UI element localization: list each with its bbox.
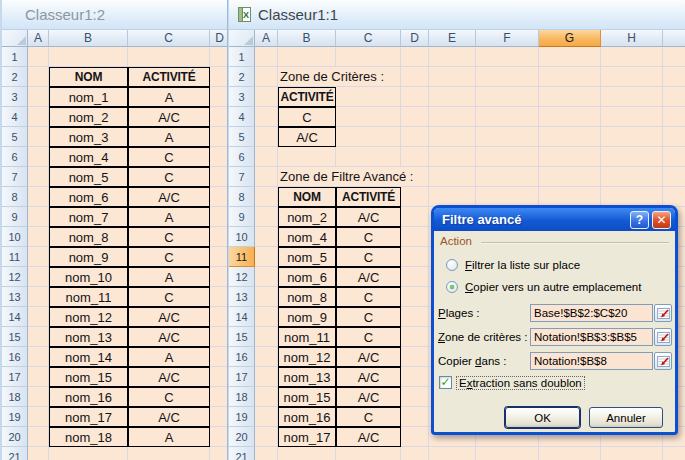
cell-F21[interactable] — [476, 447, 539, 460]
cell-H6[interactable] — [601, 147, 663, 167]
cell-C20[interactable]: A — [128, 427, 210, 447]
cell-A15[interactable] — [28, 327, 49, 347]
cell-C3[interactable] — [336, 87, 401, 107]
cell-G6[interactable] — [539, 147, 601, 167]
cell-D9[interactable] — [401, 207, 429, 227]
column-header-B[interactable]: B — [49, 30, 128, 47]
column-header-G[interactable]: G — [539, 30, 601, 47]
column-header-H[interactable]: H — [601, 30, 663, 47]
cell-D4[interactable] — [210, 107, 228, 127]
cell-B4[interactable]: nom_2 — [49, 107, 128, 127]
row-header-2[interactable]: 2 — [2, 67, 28, 87]
cell-A3[interactable] — [28, 87, 49, 107]
cell-H21[interactable] — [601, 447, 663, 460]
cell-B15[interactable]: nom_13 — [49, 327, 128, 347]
cell-x3[interactable] — [663, 87, 685, 107]
cell-B11[interactable]: nom_5 — [278, 247, 336, 267]
cell-G21[interactable] — [539, 447, 601, 460]
cell-D20[interactable] — [210, 427, 228, 447]
cell-C3[interactable]: A — [128, 87, 210, 107]
cell-D15[interactable] — [210, 327, 228, 347]
cell-E21[interactable] — [429, 447, 476, 460]
column-header-C[interactable]: C — [128, 30, 210, 47]
row-header-10[interactable]: 10 — [229, 227, 255, 247]
cell-B2[interactable]: Zone de Critères : — [278, 67, 336, 87]
cell-B7[interactable]: Zone de Filtre Avancé : — [278, 167, 336, 187]
cell-B12[interactable]: nom_10 — [49, 267, 128, 287]
cell-D13[interactable] — [401, 287, 429, 307]
zone-criteres-input[interactable] — [530, 328, 653, 346]
dialog-title-bar[interactable]: Filtre avancé ? ✕ — [434, 208, 675, 231]
cell-C5[interactable] — [336, 127, 401, 147]
cell-C11[interactable]: C — [336, 247, 401, 267]
cell-D6[interactable] — [210, 147, 228, 167]
cell-A16[interactable] — [28, 347, 49, 367]
cell-A6[interactable] — [255, 147, 278, 167]
radio-selected-icon[interactable] — [446, 281, 458, 293]
range-picker-button[interactable] — [654, 304, 672, 322]
checkbox-checked-icon[interactable]: ✓ — [439, 376, 452, 389]
cell-B13[interactable]: nom_11 — [49, 287, 128, 307]
row-header-4[interactable]: 4 — [2, 107, 28, 127]
cell-B19[interactable]: nom_17 — [49, 407, 128, 427]
cell-B3[interactable]: ACTIVITÉ — [278, 87, 336, 107]
row-header-13[interactable]: 13 — [229, 287, 255, 307]
cell-A8[interactable] — [255, 187, 278, 207]
row-header-15[interactable]: 15 — [2, 327, 28, 347]
cell-F5[interactable] — [476, 127, 539, 147]
cell-B2[interactable]: NOM — [49, 67, 128, 87]
column-header-B[interactable]: B — [278, 30, 336, 47]
cell-D17[interactable] — [210, 367, 228, 387]
cell-D21[interactable] — [210, 447, 228, 460]
row-header-3[interactable]: 3 — [2, 87, 28, 107]
column-header-F[interactable]: F — [476, 30, 539, 47]
cell-C4[interactable] — [336, 107, 401, 127]
cell-A20[interactable] — [255, 427, 278, 447]
cell-A12[interactable] — [255, 267, 278, 287]
cell-F1[interactable] — [476, 47, 539, 67]
cell-C19[interactable]: C — [336, 407, 401, 427]
cell-C12[interactable]: A/C — [336, 267, 401, 287]
cell-D14[interactable] — [401, 307, 429, 327]
row-header-1[interactable]: 1 — [229, 47, 255, 67]
cell-D6[interactable] — [401, 147, 429, 167]
cell-F2[interactable] — [476, 67, 539, 87]
copier-dans-input[interactable] — [530, 352, 653, 370]
ok-button[interactable]: OK — [505, 407, 580, 428]
cell-H4[interactable] — [601, 107, 663, 127]
cell-A5[interactable] — [28, 127, 49, 147]
cell-A9[interactable] — [28, 207, 49, 227]
cell-A4[interactable] — [28, 107, 49, 127]
cell-E7[interactable] — [429, 167, 476, 187]
cell-C9[interactable]: A — [128, 207, 210, 227]
cell-C14[interactable]: C — [336, 307, 401, 327]
cell-D18[interactable] — [210, 387, 228, 407]
cell-F6[interactable] — [476, 147, 539, 167]
cell-B1[interactable] — [49, 47, 128, 67]
cell-A12[interactable] — [28, 267, 49, 287]
cell-D12[interactable] — [401, 267, 429, 287]
cell-A14[interactable] — [255, 307, 278, 327]
row-header-13[interactable]: 13 — [2, 287, 28, 307]
cell-B1[interactable] — [278, 47, 336, 67]
cell-C12[interactable]: A — [128, 267, 210, 287]
cell-A13[interactable] — [28, 287, 49, 307]
row-header-8[interactable]: 8 — [229, 187, 255, 207]
cell-D15[interactable] — [401, 327, 429, 347]
cell-D5[interactable] — [210, 127, 228, 147]
column-header-E[interactable]: E — [429, 30, 476, 47]
cell-B17[interactable]: nom_15 — [49, 367, 128, 387]
cell-H1[interactable] — [601, 47, 663, 67]
range-picker-button[interactable] — [654, 328, 672, 346]
window-title-bar[interactable]: Classeur1:2 — [2, 0, 227, 30]
column-header-A[interactable]: A — [28, 30, 49, 47]
column-header-A[interactable]: A — [255, 30, 278, 47]
cell-C21[interactable] — [128, 447, 210, 460]
cell-x1[interactable] — [663, 47, 685, 67]
cell-A19[interactable] — [255, 407, 278, 427]
cell-C16[interactable]: A/C — [336, 347, 401, 367]
cell-C10[interactable]: C — [128, 227, 210, 247]
cell-A11[interactable] — [255, 247, 278, 267]
column-header-D[interactable]: D — [401, 30, 429, 47]
cell-C13[interactable]: C — [128, 287, 210, 307]
